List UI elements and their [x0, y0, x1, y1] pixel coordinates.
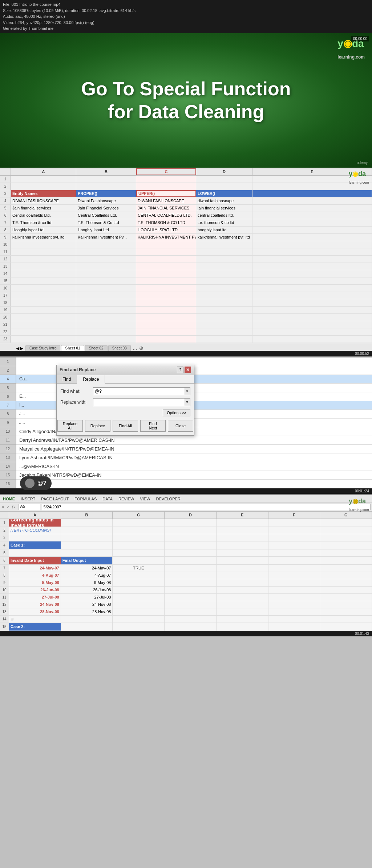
dialog-tab-replace[interactable]: Replace: [77, 375, 105, 384]
replace-dropdown-btn[interactable]: ▼: [184, 398, 190, 406]
table-row: 21: [0, 321, 372, 328]
date-rownum-14: 14: [0, 616, 9, 623]
date-cell-10f: [268, 587, 320, 593]
date-cell-15g: [320, 623, 372, 631]
date-cell-13g: [320, 608, 372, 615]
excel-ribbon[interactable]: HOME INSERT PAGE LAYOUT FORMULAS DATA RE…: [0, 495, 372, 503]
replace-button[interactable]: Replace: [85, 420, 110, 432]
row-num-5: 5: [0, 205, 11, 212]
table-row: 1: [0, 176, 372, 183]
find-dropdown-btn[interactable]: ▼: [184, 387, 190, 395]
sheet-prev-arrow[interactable]: ◀: [16, 346, 19, 351]
date-cell-15a: Case 2:: [9, 623, 61, 631]
sheet-tab-intro[interactable]: Case Study Intro: [25, 345, 60, 351]
cell-2b: [76, 183, 136, 190]
date-row-6: 6 Invalid Date Input Final Output: [0, 557, 372, 565]
sheet-add-icon[interactable]: ⊕: [139, 345, 143, 351]
date-rownum-10: 10: [0, 587, 9, 593]
sheet-more-icon[interactable]: ...: [133, 345, 137, 351]
dialog-help-button[interactable]: ?: [177, 367, 183, 373]
date-col-h-f: F: [268, 512, 320, 519]
ribbon-tab-home[interactable]: HOME: [3, 497, 15, 501]
replace-input[interactable]: [93, 398, 184, 406]
video-filename: File: 001 Intro to the course.mp4: [3, 1, 369, 8]
date-cell-12d: [165, 601, 217, 608]
options-btn-row[interactable]: Options >>: [60, 409, 190, 416]
formula-check-icon[interactable]: ✓: [7, 505, 9, 509]
dialog-titlebar: Find and Replace ? ✕: [57, 365, 194, 375]
formula-cross-icon[interactable]: ✕: [1, 505, 4, 509]
find-input-wrapper[interactable]: ▼: [93, 387, 190, 395]
cell-5c: JAIN FINANCIAL SERVICES: [136, 205, 196, 212]
cell-5a: Jain financial services: [11, 205, 76, 212]
date-cell-7g: [320, 565, 372, 572]
find-all-button[interactable]: Find All: [113, 420, 138, 432]
dialog-controls[interactable]: ? ✕: [177, 367, 191, 373]
find-next-button[interactable]: Find Next: [140, 420, 166, 432]
date-cell-14c: [113, 616, 165, 623]
date-row-11: 11 27-Jul-08 27-Jul-08: [0, 594, 372, 601]
row-num-strip-15: 15: [0, 471, 16, 480]
date-rownum-9: 9: [0, 579, 9, 586]
sheet-nav-arrows[interactable]: ◀ ▶: [15, 346, 23, 351]
date-cell-13b: 28-Nov-08: [61, 608, 113, 615]
sheet-tab-03[interactable]: Sheet 03: [108, 345, 131, 351]
find-replace-dialog: Find and Replace ? ✕ Find Replace Find w…: [56, 365, 194, 436]
date-cell-4b: [61, 541, 113, 549]
cell-8c: HOOGHLY ISPAT LTD.: [136, 227, 196, 233]
col-header-a: A: [11, 168, 76, 175]
cell-9b: Kalikrishna Investment Pv...: [76, 234, 136, 241]
cell-4a: DIWANI FASHIONSCAPE: [11, 197, 76, 204]
date-rownum-12: 12: [0, 601, 9, 608]
replace-with-field: Replace with: ▼: [60, 398, 190, 406]
formula-bar-content[interactable]: 5/24/2007: [42, 504, 371, 510]
row-num-22: 22: [0, 328, 11, 335]
date-cell-4d: [165, 541, 217, 549]
close-button[interactable]: Close: [168, 420, 193, 432]
replace-all-button[interactable]: Replace All: [57, 420, 83, 432]
row-num-11: 11: [0, 248, 11, 255]
cell-3e: [252, 190, 372, 197]
ribbon-tab-developer[interactable]: DEVELOPER: [156, 497, 181, 501]
sheet-tab-02[interactable]: Sheet 02: [85, 345, 108, 351]
date-cell-14e: [217, 616, 268, 623]
date-col-h-a: A: [9, 512, 61, 519]
dialog-tabs[interactable]: Find Replace: [57, 375, 194, 384]
ribbon-tab-view[interactable]: VIEW: [140, 497, 150, 501]
row-num-6: 6: [0, 212, 11, 219]
ribbon-tab-data[interactable]: DATA: [102, 497, 113, 501]
cell-9a: kalikrishna investment pvt. ltd: [11, 234, 76, 241]
date-cell-9b: 9-May-08: [61, 579, 113, 586]
date-cell-14b: [61, 616, 113, 623]
dialog-close-button[interactable]: ✕: [185, 367, 191, 373]
formula-fx-icon[interactable]: ƒx: [12, 505, 16, 509]
at-badge-dot: [25, 479, 35, 488]
sheet-tabs[interactable]: ◀ ▶ Case Study Intro Sheet 01 Sheet 02 S…: [0, 343, 372, 351]
date-rownum-15: 15: [0, 623, 9, 631]
formula-cell-ref[interactable]: A5: [19, 504, 40, 510]
date-cell-12b: 24-Nov-08: [61, 601, 113, 608]
options-button[interactable]: Options >>: [163, 409, 190, 416]
ribbon-tab-insert[interactable]: INSERT: [21, 497, 35, 501]
ribbon-tab-pagelayout[interactable]: PAGE LAYOUT: [41, 497, 69, 501]
date-cell-7f: [268, 565, 320, 572]
date-rownum-13: 13: [0, 608, 9, 615]
row-num-strip-7: 7: [0, 401, 16, 410]
replace-input-wrapper[interactable]: ▼: [93, 398, 190, 406]
cell-8e: [252, 227, 372, 233]
ribbon-tab-formulas[interactable]: FORMULAS: [74, 497, 97, 501]
sheet-next-arrow[interactable]: ▶: [20, 346, 23, 351]
cell-8d: hooghly ispat ltd.: [196, 227, 252, 233]
ribbon-tab-review[interactable]: REVIEW: [118, 497, 134, 501]
find-input[interactable]: [93, 387, 184, 395]
date-row-8: 8 4-Aug-07 4-Aug-07: [0, 572, 372, 579]
dialog-tab-find[interactable]: Find: [57, 375, 77, 383]
table-row: 11: [0, 248, 372, 256]
date-cell-12a: 24-Nov-08: [9, 601, 61, 608]
video-size: Size: 1058367s bytes (10.09 MiB), durati…: [3, 8, 369, 14]
date-cell-1g: [320, 519, 372, 527]
date-rownum-4: 4: [0, 541, 9, 549]
dialog-action-row[interactable]: Replace All Replace Find All Find Next C…: [60, 420, 190, 432]
sheet-tab-01[interactable]: Sheet 01: [61, 345, 84, 351]
excel-section-1: y◉dalearning.com A B C D E 1 2 3 Entity …: [0, 168, 372, 356]
